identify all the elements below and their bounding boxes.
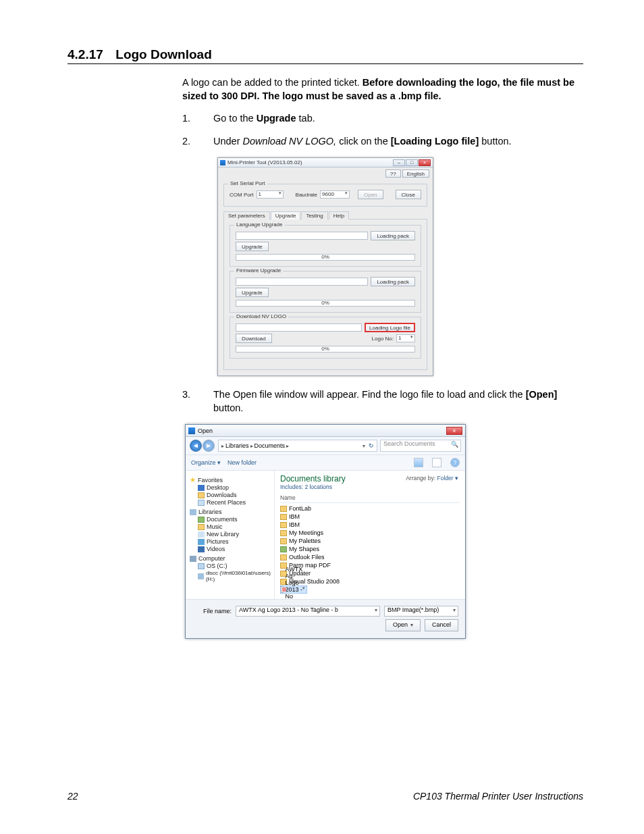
tab-testing[interactable]: Testing: [301, 211, 327, 219]
folder-icon: [198, 492, 205, 498]
chevron-right-icon: ▸: [221, 443, 224, 449]
t: Upgrade: [257, 113, 296, 124]
logo-no-select[interactable]: 1: [396, 334, 415, 342]
dialog-icon: [188, 427, 195, 434]
lang-unknown-button[interactable]: ??: [385, 170, 401, 178]
nav-pictures[interactable]: Pictures: [198, 538, 273, 545]
list-item-selected[interactable]: AWTX Ag Logo 2013 - No Tagline - black: [280, 585, 307, 594]
com-port-select[interactable]: 1: [257, 190, 284, 199]
nav-downloads[interactable]: Downloads: [198, 492, 273, 498]
recent-icon: [198, 500, 205, 506]
language-pack-path[interactable]: [236, 232, 368, 240]
step-1: 1. Go to the Upgrade tab.: [182, 112, 583, 126]
new-folder-button[interactable]: New folder: [227, 459, 257, 466]
baudrate-select[interactable]: 9600: [320, 190, 350, 199]
preview-pane-icon[interactable]: [432, 458, 441, 467]
close-port-button[interactable]: Close: [396, 190, 421, 199]
firmware-upgrade-button[interactable]: Upgrade: [236, 288, 269, 297]
logo-no-label: Logo No:: [372, 336, 394, 342]
language-upgrade-button[interactable]: Upgrade: [236, 242, 269, 251]
nav-label: Favorites: [198, 477, 223, 484]
breadcrumb-libraries[interactable]: Libraries: [225, 442, 249, 449]
t: [Loading Logo file]: [391, 136, 479, 147]
logo-file-path[interactable]: [236, 323, 362, 332]
folder-icon: [280, 514, 287, 520]
firmware-upgrade-group: Firmware Upgrade Loading pack Upgrade 0%: [230, 271, 421, 313]
nav-computer-header[interactable]: Computer: [190, 555, 273, 562]
cancel-button[interactable]: Cancel: [425, 619, 458, 631]
open-port-button[interactable]: Open: [358, 190, 383, 199]
filename-input[interactable]: AWTX Ag Logo 2013 - No Tagline - b: [236, 606, 380, 617]
folder-icon: [280, 522, 287, 528]
forward-button[interactable]: ►: [203, 440, 215, 452]
documents-icon: [198, 517, 205, 523]
minimize-button[interactable]: –: [393, 159, 405, 166]
close-button[interactable]: ×: [419, 159, 431, 166]
folder-icon: [280, 530, 287, 536]
dialog-close-button[interactable]: ×: [446, 427, 462, 435]
nav-label: Computer: [198, 555, 225, 562]
chevron-right-icon: ▸: [286, 443, 289, 449]
t: The Open file window will appear. Find t…: [213, 389, 526, 400]
tab-bar: Set parameters Upgrade Testing Help: [223, 211, 427, 219]
list-item[interactable]: Outlook Files: [280, 553, 460, 561]
download-logo-button[interactable]: Download: [236, 334, 272, 343]
list-item[interactable]: Parm map PDF: [280, 561, 460, 569]
list-item[interactable]: Updater: [280, 569, 460, 577]
folder-icon: [280, 546, 287, 552]
firmware-pack-path[interactable]: [236, 278, 368, 286]
view-options-icon[interactable]: [414, 458, 423, 467]
nav-desktop[interactable]: Desktop: [198, 484, 273, 491]
library-subtitle: Includes: 2 locations: [280, 484, 460, 490]
dialog-title: Open: [198, 427, 446, 434]
nav-label: Music: [207, 523, 223, 530]
loading-logo-file-button[interactable]: Loading Logo file: [365, 323, 415, 332]
column-header-name[interactable]: Name: [280, 493, 460, 503]
nav-favorites-header[interactable]: ★Favorites: [190, 476, 273, 484]
open-file-dialog: Open × ◄ ► ▸ Libraries ▸ Documents ▸ ▾ ↻…: [185, 424, 466, 639]
list-item[interactable]: My Meetings: [280, 529, 460, 537]
step-3-number: 3.: [182, 388, 213, 415]
nav-network-drive[interactable]: discc (\\fmt036l01ab\users) (H:): [198, 570, 273, 582]
filetype-filter[interactable]: BMP Image(*.bmp): [384, 606, 458, 617]
help-icon[interactable]: ?: [450, 458, 460, 467]
folder-icon: [280, 554, 287, 561]
dialog-toolbar: Organize ▾ New folder ?: [186, 455, 465, 471]
tab-upgrade[interactable]: Upgrade: [271, 211, 301, 219]
search-input[interactable]: Search Documents: [380, 440, 461, 452]
mini-printer-tool-window: Mini-Printer Tool (V2013.05.02) – □ × ??…: [217, 157, 433, 376]
list-item[interactable]: FontLab: [280, 504, 460, 513]
open-button[interactable]: Open: [385, 619, 421, 631]
t: click on the: [336, 136, 391, 147]
nav-videos[interactable]: Videos: [198, 546, 273, 552]
list-item[interactable]: My Shapes: [280, 545, 460, 553]
list-item[interactable]: IBM: [280, 513, 460, 521]
breadcrumb-documents[interactable]: Documents: [254, 442, 286, 449]
back-button[interactable]: ◄: [190, 440, 202, 452]
window-title: Mini-Printer Tool (V2013.05.02): [227, 159, 391, 165]
list-item[interactable]: My Palettes: [280, 537, 460, 545]
nav-documents[interactable]: Documents: [198, 516, 273, 523]
library-icon: [198, 531, 205, 538]
lang-english-button[interactable]: English: [402, 170, 429, 178]
firmware-loading-pack-button[interactable]: Loading pack: [371, 277, 415, 286]
nav-libraries-header[interactable]: Libraries: [190, 509, 273, 515]
breadcrumb[interactable]: ▸ Libraries ▸ Documents ▸ ▾ ↻: [218, 440, 377, 452]
file-name: AWTX Ag Logo 2013 - No Tagline - black: [286, 566, 306, 599]
t: Go to the: [213, 113, 257, 124]
list-item[interactable]: IBM: [280, 521, 460, 529]
nav-new-library[interactable]: New Library: [198, 531, 273, 538]
tab-set-parameters[interactable]: Set parameters: [223, 211, 270, 219]
download-nv-logo-legend: Download NV LOGO: [234, 313, 288, 319]
list-item[interactable]: Visual Studio 2008: [280, 577, 460, 585]
section-number: 4.2.17: [68, 47, 103, 61]
tab-help[interactable]: Help: [329, 211, 349, 219]
maximize-button[interactable]: □: [406, 159, 418, 166]
nav-os-c[interactable]: OS (C:): [198, 563, 273, 569]
nav-recent[interactable]: Recent Places: [198, 499, 273, 506]
organize-menu[interactable]: Organize ▾: [191, 459, 221, 466]
nav-music[interactable]: Music: [198, 523, 273, 530]
arrange-by[interactable]: Arrange by: Folder ▾: [406, 475, 458, 481]
t: button.: [479, 136, 511, 147]
loading-pack-button[interactable]: Loading pack: [371, 231, 415, 240]
